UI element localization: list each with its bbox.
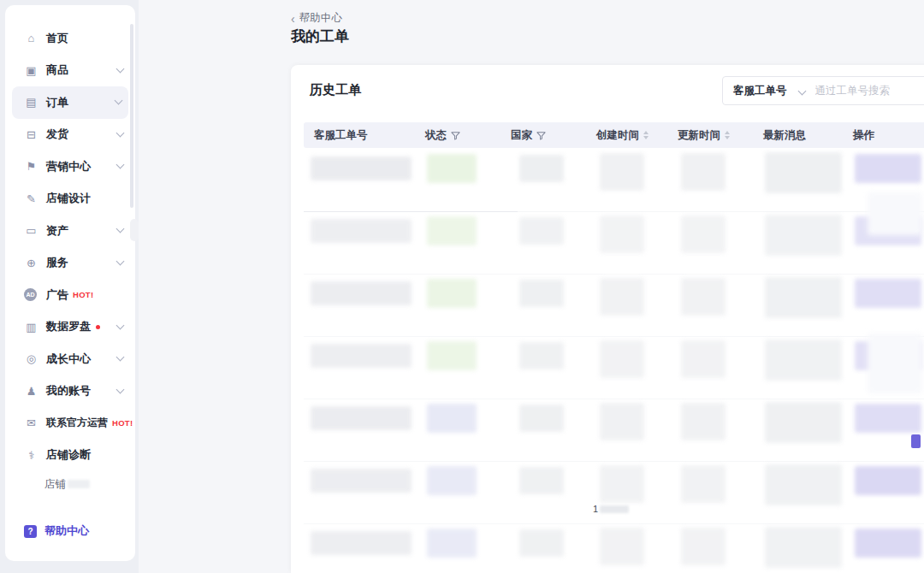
filter-icon[interactable] [451,131,460,140]
table-row[interactable] [304,524,924,573]
marketing-icon: ⚑ [24,161,38,172]
column-ticket-id: 客服工单号 [304,128,425,143]
ads-icon: AD [24,288,37,301]
sidebar-item-data-compass[interactable]: ▥ 数据罗盘 [5,311,135,344]
column-actions: 操作 [853,128,924,143]
table-row[interactable] [304,275,924,337]
redaction-remnant-glyph [911,434,921,448]
search-field-select[interactable]: 客服工单号 [723,84,814,98]
chevron-down-icon [116,353,125,362]
sidebar-item-products[interactable]: ▣ 商品 [5,55,135,87]
redacted-ticket-id [311,219,412,243]
hot-badge: HOT! [112,418,133,428]
chevron-down-icon [116,128,125,137]
ticket-search-box: 客服工单号 [722,76,924,105]
orders-icon: ▤ [24,97,38,108]
redacted-ticket-id [311,469,412,493]
sidebar-item-store-diagnosis[interactable]: ⚕ 店铺诊断 [5,440,135,472]
redacted-created-time [600,528,644,565]
redacted-updated-time [681,153,726,191]
breadcrumb[interactable]: ‹ 帮助中心 [291,11,342,26]
sidebar-item-home[interactable]: ⌂ 首页 [5,22,135,55]
redacted-latest-message [765,152,842,193]
back-chevron-icon: ‹ [291,13,295,25]
sidebar-item-ads[interactable]: AD 广告 HOT! [5,279,135,311]
page-title: 我的工单 [291,27,349,46]
chevron-down-icon [116,385,125,393]
redacted-action-link[interactable] [855,466,921,495]
table-row[interactable] [304,212,924,275]
redacted-ticket-id [311,344,412,368]
sidebar-item-contact-official[interactable]: ✉ 联系官方运营 HOT! [5,407,135,440]
sidebar: ⌂ 首页 ▣ 商品 ▤ 订单 ⊟ 发货 ⚑ 营销中心 [5,5,135,561]
redacted-country [519,467,564,494]
products-icon: ▣ [24,65,38,76]
ghost-block [868,192,922,235]
redacted-status-chip [427,154,477,183]
redacted-updated-time [681,465,726,503]
redacted-latest-message [765,277,842,318]
sidebar-item-store-design[interactable]: ✎ 店铺设计 [5,183,135,216]
redacted-latest-message [765,527,842,568]
shipping-icon: ⊟ [24,129,38,140]
redacted-country [519,342,564,369]
sidebar-scrollbar[interactable] [130,24,133,208]
chevron-down-icon [797,86,806,95]
column-country: 国家 [511,128,596,143]
redacted-created-time [600,465,644,503]
sidebar-item-help-center[interactable]: ? 帮助中心 [24,523,89,539]
redaction-remnant-line [304,211,518,212]
redacted-latest-message [765,215,842,256]
filter-icon[interactable] [536,131,546,140]
section-title: 历史工单 [310,82,361,98]
column-created-time: 创建时间 [596,128,678,143]
sidebar-item-shipping[interactable]: ⊟ 发货 [5,119,135,151]
table-header-row: 客服工单号 状态 国家 创建时间 [304,122,924,148]
assets-icon: ▭ [24,225,38,236]
redacted-ticket-id [311,531,412,555]
redacted-action-link[interactable] [855,279,921,308]
redacted-created-time [600,153,644,191]
sidebar-collapse-handle[interactable] [130,219,139,241]
redacted-status-chip [427,466,477,495]
redacted-ticket-id [311,157,412,180]
sidebar-item-services[interactable]: ⊕ 服务 [5,247,135,280]
table-row[interactable] [304,337,924,399]
sidebar-item-growth-center[interactable]: ◎ 成长中心 [5,343,135,375]
sidebar-nav: ⌂ 首页 ▣ 商品 ▤ 订单 ⊟ 发货 ⚑ 营销中心 [5,5,135,497]
sidebar-item-assets[interactable]: ▭ 资产 [5,215,135,247]
table-row[interactable] [304,462,924,524]
redacted-label [68,480,90,488]
table-row[interactable] [304,150,924,212]
chevron-down-icon [115,97,123,105]
column-latest-message: 最新消息 [763,128,853,143]
redacted-country [519,280,564,307]
sidebar-item-orders[interactable]: ▤ 订单 [12,86,128,119]
chevron-down-icon [116,64,125,73]
sort-icon[interactable] [725,131,730,139]
sidebar-subitem-store[interactable]: 店铺 [5,471,135,497]
redacted-status-chip [427,341,477,370]
redacted-action-link[interactable] [855,529,921,558]
sidebar-item-marketing[interactable]: ⚑ 营销中心 [5,151,135,183]
hot-badge: HOT! [73,290,93,299]
redacted-updated-time [681,340,726,378]
column-status: 状态 [425,128,511,143]
redacted-status-chip [427,529,477,558]
redacted-updated-time [681,528,726,565]
redacted-latest-message [765,402,842,443]
sidebar-item-my-account[interactable]: ♟ 我的账号 [5,375,135,408]
sort-icon[interactable] [643,131,649,139]
chevron-down-icon [116,257,125,265]
redacted-action-link[interactable] [855,404,921,433]
redacted-status-chip [427,279,477,308]
redacted-created-time [600,216,644,253]
redacted-updated-time [681,278,726,316]
ticket-search-input[interactable] [814,84,924,97]
redacted-action-link[interactable] [855,154,921,183]
history-tickets-card: 历史工单 客服工单号 客服工单号 状态 [291,65,924,573]
data-compass-icon: ▥ [24,322,38,333]
table-row[interactable] [304,399,924,462]
redacted-status-chip [427,216,477,245]
ghost-block [868,334,922,393]
